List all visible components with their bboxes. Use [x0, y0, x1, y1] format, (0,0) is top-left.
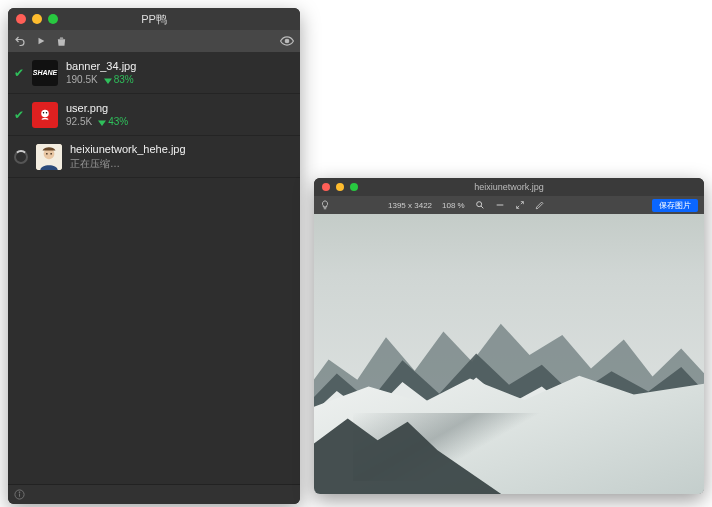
- file-list: ✔ SHANE banner_34.jpg 190.5K 83% ✔: [8, 52, 300, 484]
- thumbnail: [32, 102, 58, 128]
- image-dimensions: 1395 x 3422: [388, 201, 432, 210]
- window-title: PP鸭: [8, 12, 300, 27]
- check-icon: ✔: [14, 66, 24, 80]
- file-name: user.png: [66, 102, 128, 114]
- preview-title: heixiunetwork.jpg: [314, 182, 704, 192]
- spinner-icon: [14, 150, 28, 164]
- visibility-button[interactable]: [280, 36, 294, 46]
- preview-toolbar: 1395 x 3422 108 % 保存图片: [314, 196, 704, 214]
- svg-line-13: [481, 206, 483, 208]
- pct-value: 43%: [108, 116, 128, 127]
- bulb-icon[interactable]: [320, 200, 330, 210]
- file-info: heixiunetwork_hehe.jpg 正在压缩…: [70, 143, 186, 171]
- down-arrow-icon: [104, 76, 112, 84]
- list-item[interactable]: ✔ SHANE banner_34.jpg 190.5K 83%: [8, 52, 300, 94]
- save-image-button[interactable]: 保存图片: [652, 199, 698, 212]
- pct-value: 83%: [114, 74, 134, 85]
- list-item[interactable]: heixiunetwork_hehe.jpg 正在压缩…: [8, 136, 300, 178]
- file-info: user.png 92.5K 43%: [66, 102, 128, 127]
- thumbnail-text: SHANE: [33, 69, 58, 76]
- minus-icon[interactable]: [495, 200, 505, 210]
- svg-point-2: [41, 109, 49, 117]
- preview-window: heixiunetwork.jpg 1395 x 3422 108 % 保存图片: [314, 178, 704, 494]
- user-face-icon: [36, 106, 54, 124]
- play-button[interactable]: [36, 36, 46, 46]
- edit-icon[interactable]: [535, 200, 545, 210]
- search-icon[interactable]: [475, 200, 485, 210]
- compression-pct: 43%: [98, 116, 128, 127]
- svg-point-7: [46, 152, 48, 154]
- svg-point-0: [285, 39, 289, 43]
- svg-point-8: [50, 152, 52, 154]
- trash-button[interactable]: [56, 36, 67, 47]
- thumbnail: [36, 144, 62, 170]
- svg-point-12: [476, 202, 481, 207]
- file-name: heixiunetwork_hehe.jpg: [70, 143, 186, 155]
- file-name: banner_34.jpg: [66, 60, 136, 72]
- file-meta: 92.5K 43%: [66, 116, 128, 127]
- info-icon[interactable]: [14, 486, 25, 504]
- check-icon: ✔: [14, 108, 24, 122]
- compression-pct: 83%: [104, 74, 134, 85]
- image-zoom: 108 %: [442, 201, 465, 210]
- preview-titlebar: heixiunetwork.jpg: [314, 178, 704, 196]
- file-meta: 190.5K 83%: [66, 74, 136, 85]
- thumbnail: SHANE: [32, 60, 58, 86]
- svg-point-3: [43, 112, 45, 114]
- app-window: PP鸭 ✔ SHANE banner_34.jpg 190.5K: [8, 8, 300, 504]
- expand-icon[interactable]: [515, 200, 525, 210]
- svg-point-11: [19, 491, 20, 492]
- file-info: banner_34.jpg 190.5K 83%: [66, 60, 136, 85]
- titlebar: PP鸭: [8, 8, 300, 30]
- file-size: 190.5K: [66, 74, 98, 85]
- status-bar: [8, 484, 300, 504]
- svg-point-4: [46, 112, 48, 114]
- file-status: 正在压缩…: [70, 157, 186, 171]
- toolbar: [8, 30, 300, 52]
- list-item[interactable]: ✔ user.png 92.5K 43%: [8, 94, 300, 136]
- undo-button[interactable]: [14, 35, 26, 47]
- portrait-icon: [36, 144, 62, 170]
- image-canvas[interactable]: [314, 214, 704, 494]
- file-size: 92.5K: [66, 116, 92, 127]
- down-arrow-icon: [98, 118, 106, 126]
